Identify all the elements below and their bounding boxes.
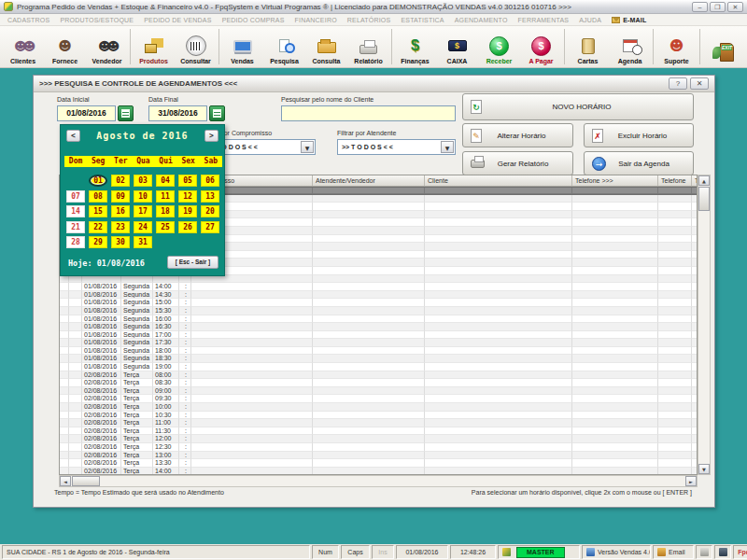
calendar-day[interactable]: 05 — [178, 175, 197, 187]
calendar-day[interactable]: 19 — [178, 205, 197, 217]
toolbar-button-financas[interactable]: $Finanças — [394, 27, 436, 66]
calendar-day[interactable]: 14 — [66, 205, 85, 217]
minimize-button[interactable]: – — [692, 2, 708, 12]
table-row[interactable]: 02/08/2016Terça10:00: — [60, 403, 697, 412]
calendar-day[interactable]: 21 — [66, 221, 85, 233]
menu-item-email[interactable]: E-MAIL — [612, 17, 646, 23]
status-email-segment[interactable]: Email — [653, 545, 694, 559]
table-row[interactable]: 02/08/2016Terça13:00: — [60, 452, 697, 460]
toolbar-button-vendas[interactable]: Vendas — [221, 27, 263, 66]
column-header-telefone-[interactable]: Telefone >>> — [572, 175, 658, 186]
horizontal-scrollbar[interactable]: ◄ ► — [59, 475, 698, 487]
toolbar-button-receber[interactable]: $Receber — [478, 27, 520, 66]
table-row[interactable]: 02/08/2016Terça11:00: — [60, 419, 697, 427]
toolbar-button-caixa[interactable]: $CAIXA — [436, 27, 478, 66]
toolbar-button-suporte[interactable]: ☻Suporte — [655, 27, 698, 66]
calendar-day[interactable]: 09 — [111, 190, 130, 203]
table-row[interactable]: 01/08/2016Segunda15:30: — [60, 307, 697, 315]
menu-item-ajuda[interactable]: AJUDA — [579, 17, 601, 23]
toolbar-button-produtos[interactable]: Produtos — [133, 27, 175, 66]
toolbar-button-relatorio[interactable]: Relatório — [347, 27, 389, 66]
scroll-left-icon[interactable]: ◄ — [60, 476, 71, 486]
calendar-day[interactable]: 13 — [201, 190, 219, 203]
toolbar-button-consultar[interactable]: Consultar — [175, 27, 217, 66]
table-row[interactable]: 02/08/2016Terça11:30: — [60, 427, 697, 436]
toolbar-button-vendedor[interactable]: ☻☻Vendedor — [86, 27, 128, 66]
calendar-day[interactable]: 16 — [111, 205, 130, 217]
table-row[interactable]: 02/08/2016Terça10:30: — [60, 412, 697, 420]
table-row[interactable]: 01/08/2016Segunda15:00: — [60, 299, 697, 307]
excluir-horario-button[interactable]: ✗ Excluir Horário — [584, 123, 694, 147]
table-row[interactable]: 02/08/2016Terça08:00: — [60, 371, 697, 380]
calendar-day[interactable]: 31 — [134, 236, 152, 248]
panel-close-button[interactable]: ✕ — [690, 77, 709, 90]
calendar-day[interactable]: 04 — [156, 175, 175, 187]
novo-horario-button[interactable]: ↻ NOVO HORÁRIO — [462, 93, 694, 120]
calendar-day[interactable]: 30 — [111, 236, 130, 248]
gerar-relatorio-button[interactable]: Gerar Relatório — [462, 151, 573, 175]
table-row[interactable]: 02/08/2016Terça12:30: — [60, 443, 697, 452]
close-button[interactable]: ✕ — [727, 2, 743, 12]
toolbar-button-sair[interactable]: EXIT — [702, 27, 744, 66]
table-row[interactable]: 02/08/2016Terça13:30: — [60, 459, 697, 468]
calendar-day[interactable]: 11 — [156, 190, 175, 203]
calendar-day-selected[interactable]: 01 — [89, 175, 107, 187]
menu-item-relat-rios[interactable]: RELATÓRIOS — [347, 17, 391, 23]
alterar-horario-button[interactable]: ✎ Alterar Horário — [462, 123, 573, 147]
scroll-up-icon[interactable]: ▲ — [698, 175, 710, 186]
calendar-prev-button[interactable]: < — [66, 130, 80, 142]
sair-agenda-button[interactable]: → Sair da Agenda — [584, 151, 694, 175]
calendar-day[interactable]: 22 — [89, 221, 107, 233]
calendar-day[interactable]: 17 — [134, 205, 152, 217]
calendar-day[interactable]: 27 — [201, 221, 219, 233]
calendar-day[interactable]: 03 — [134, 175, 152, 187]
data-final-input[interactable]: 31/08/2016 — [148, 105, 207, 121]
chevron-down-icon[interactable]: ▼ — [441, 141, 454, 153]
toolbar-button-consulta[interactable]: Consulta — [305, 27, 347, 66]
panel-titlebar[interactable]: >>> PESQUISA E CONTROLE DE AGENDAMENTOS … — [34, 76, 714, 92]
toolbar-button-apagar[interactable]: $A Pagar — [520, 27, 562, 66]
toolbar-button-agenda[interactable]: Agenda — [609, 27, 651, 66]
status-network-segment[interactable] — [714, 545, 731, 559]
table-row[interactable]: 02/08/2016Terça09:30: — [60, 395, 697, 403]
table-row[interactable]: 01/08/2016Segunda14:00: — [60, 283, 697, 291]
calendar-day[interactable]: 23 — [111, 221, 130, 233]
menu-item-estatistica[interactable]: ESTATISTICA — [401, 17, 444, 23]
chevron-down-icon[interactable]: ▼ — [301, 141, 314, 153]
vertical-scroll-thumb[interactable] — [698, 187, 710, 211]
scroll-down-icon[interactable]: ▼ — [698, 464, 710, 474]
table-row[interactable]: 01/08/2016Segunda19:00: — [60, 363, 697, 371]
menu-item-pedido-compras[interactable]: PEDIDO COMPRAS — [222, 17, 285, 23]
calendar-day[interactable]: 08 — [89, 190, 107, 203]
calendar-day[interactable]: 26 — [178, 221, 197, 233]
client-search-input[interactable] — [281, 105, 456, 121]
menu-item-financeiro[interactable]: FINANCEIRO — [295, 17, 337, 23]
restore-button[interactable]: ❐ — [710, 2, 726, 12]
panel-help-button[interactable]: ? — [669, 77, 687, 90]
toolbar-button-pesquisa[interactable]: Pesquisa — [263, 27, 305, 66]
calendar-day[interactable]: 02 — [111, 175, 130, 187]
table-row[interactable]: 01/08/2016Segunda14:30: — [60, 291, 697, 300]
table-row[interactable]: 01/08/2016Segunda18:00: — [60, 347, 697, 356]
calendar-day[interactable]: 06 — [201, 175, 219, 187]
scroll-right-icon[interactable]: ► — [685, 476, 697, 486]
calendar-day[interactable]: 24 — [134, 221, 152, 233]
calendar-day[interactable]: 18 — [156, 205, 175, 217]
menu-item-pedido-de-vendas[interactable]: PEDIDO DE VENDAS — [144, 17, 211, 23]
calendar-day[interactable]: 25 — [156, 221, 175, 233]
calendar-day[interactable]: 15 — [89, 205, 107, 217]
data-final-calendar-button[interactable] — [209, 105, 225, 121]
table-row[interactable]: 01/08/2016Segunda18:30: — [60, 355, 697, 363]
menu-item-ferramentas[interactable]: FERRAMENTAS — [518, 17, 570, 23]
calendar-day[interactable]: 07 — [66, 190, 85, 203]
horizontal-scroll-thumb[interactable] — [72, 476, 100, 486]
calendar-day[interactable]: 28 — [66, 236, 85, 248]
table-row[interactable]: 02/08/2016Terça12:00: — [60, 435, 697, 443]
data-inicial-input[interactable]: 01/08/2016 — [57, 105, 116, 121]
toolbar-button-fornece[interactable]: ☻Fornece — [44, 27, 86, 66]
menu-item-agendamento[interactable]: AGENDAMENTO — [455, 17, 508, 23]
filter-atendente-select[interactable]: >> T O D O S < < ▼ — [337, 139, 456, 155]
menu-item-produtos-estoque[interactable]: PRODUTOS/ESTOQUE — [60, 17, 134, 23]
calendar-day[interactable]: 29 — [89, 236, 107, 248]
table-row[interactable]: 02/08/2016Terça09:00: — [60, 387, 697, 396]
